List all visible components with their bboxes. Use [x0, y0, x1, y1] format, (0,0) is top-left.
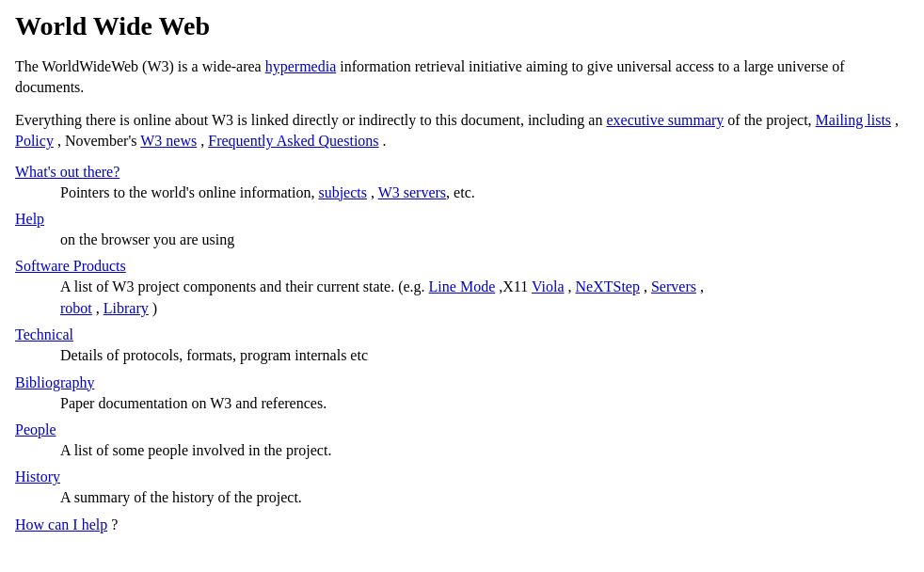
section-bibliography: Bibliography Paper documentation on W3 a… [15, 374, 909, 414]
history-desc: A summary of the history of the project. [15, 487, 909, 508]
section-software-products: Software Products A list of W3 project c… [15, 258, 909, 319]
intro-paragraph-1: The WorldWideWeb (W3) is a wide-area hyp… [15, 56, 909, 99]
intro-paragraph-2: Everything there is online about W3 is l… [15, 110, 909, 152]
whats-out-there-desc: Pointers to the world's online informati… [15, 183, 909, 203]
hypermedia-link[interactable]: hypermedia [265, 58, 337, 74]
executive-summary-link[interactable]: executive summary [606, 112, 724, 128]
intro2-end: . [379, 133, 387, 149]
section-history: History A summary of the history of the … [15, 469, 909, 508]
library-link[interactable]: Library [104, 300, 149, 316]
help-desc: on the browser you are using [15, 230, 909, 250]
bibliography-link[interactable]: Bibliography [15, 374, 909, 391]
w3-servers-link[interactable]: W3 servers [378, 184, 446, 200]
servers-link[interactable]: Servers [651, 278, 696, 294]
software-products-desc: A list of W3 project components and thei… [15, 277, 909, 319]
whats-out-there-link[interactable]: What's out there? [15, 164, 909, 181]
line-mode-link[interactable]: Line Mode [429, 278, 496, 294]
bibliography-desc: Paper documentation on W3 and references… [15, 393, 909, 414]
nextstep-link[interactable]: NeXTStep [576, 278, 640, 294]
robot-link[interactable]: robot [60, 300, 92, 316]
w3-news-link[interactable]: W3 news [140, 133, 197, 149]
section-whats-out-there: What's out there? Pointers to the world'… [15, 164, 909, 203]
how-can-i-help-link[interactable]: How can I help [15, 516, 107, 532]
faq-link[interactable]: Frequently Asked Questions [208, 133, 378, 149]
subjects-link[interactable]: subjects [318, 184, 367, 200]
sep1: , [891, 112, 899, 128]
mailing-lists-link[interactable]: Mailing lists [816, 112, 891, 128]
help-link[interactable]: Help [15, 211, 909, 228]
section-people: People A list of some people involved in… [15, 421, 909, 461]
software-products-link[interactable]: Software Products [15, 258, 909, 275]
technical-desc: Details of protocols, formats, program i… [15, 345, 909, 366]
history-link[interactable]: History [15, 469, 909, 485]
how-can-i-help-section: How can I help ? [15, 516, 909, 533]
sep3: , [197, 133, 208, 149]
viola-link[interactable]: Viola [532, 278, 565, 294]
how-can-i-help-end: ? [107, 516, 118, 532]
people-desc: A list of some people involved in the pr… [15, 440, 909, 461]
policy-link[interactable]: Policy [15, 133, 54, 149]
technical-link[interactable]: Technical [15, 326, 909, 343]
intro2-mid: of the project, [724, 112, 815, 128]
intro1-text: The WorldWideWeb (W3) is a wide-area [15, 58, 265, 74]
people-link[interactable]: People [15, 421, 909, 438]
sep2: , November's [54, 133, 140, 149]
section-technical: Technical Details of protocols, formats,… [15, 326, 909, 366]
page-title: World Wide Web [15, 11, 909, 41]
section-help: Help on the browser you are using [15, 211, 909, 250]
intro2-start: Everything there is online about W3 is l… [15, 112, 606, 128]
